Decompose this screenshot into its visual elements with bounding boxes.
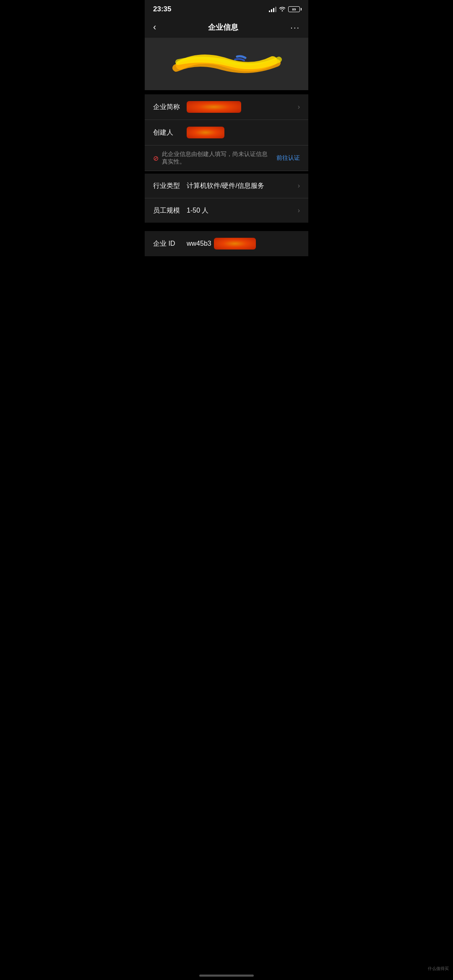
status-bar: 23:35 89 (145, 0, 308, 17)
more-button[interactable]: ··· (290, 23, 300, 32)
verify-link[interactable]: 前往认证 (276, 154, 300, 162)
section-divider-3 (145, 223, 308, 227)
warning-text: 此企业信息由创建人填写，尚未认证信息真实性。 (162, 151, 273, 166)
nav-bar: ‹ 企业信息 ··· (145, 17, 308, 38)
industry-row[interactable]: 行业类型 计算机软件/硬件/信息服务 › (145, 174, 308, 198)
enterprise-id-label: 企业 ID (153, 239, 187, 248)
creator-value (187, 127, 300, 138)
shortname-chevron-icon: › (298, 103, 300, 111)
company-logo (168, 50, 285, 78)
creator-label: 创建人 (153, 128, 187, 137)
section-divider (145, 90, 308, 94)
status-time: 23:35 (153, 5, 171, 13)
shortname-redaction (187, 101, 241, 113)
creator-redaction (187, 127, 224, 138)
enterprise-id-row: 企业 ID ww45b3 (145, 231, 308, 256)
creator-row: 创建人 (145, 120, 308, 145)
enterprise-id-redaction (214, 238, 256, 250)
logo-redaction (168, 50, 285, 78)
scale-label: 员工规模 (153, 206, 187, 215)
back-button[interactable]: ‹ (153, 22, 156, 33)
scale-row[interactable]: 员工规模 1-50 人 › (145, 198, 308, 223)
warning-icon: ⊘ (153, 154, 159, 162)
company-shortname-value (187, 101, 298, 113)
wifi-icon (279, 6, 286, 13)
scale-value: 1-50 人 (187, 206, 298, 215)
enterprise-id-section: 企业 ID ww45b3 (145, 231, 308, 256)
scale-chevron-icon: › (298, 207, 300, 214)
battery-icon: 89 (288, 6, 300, 12)
company-info-section: 企业简称 › 创建人 ⊘ 此企业信息由创建人填写，尚未认证信息真实性。 前往认证… (145, 94, 308, 223)
status-icons: 89 (269, 6, 300, 13)
industry-label: 行业类型 (153, 182, 187, 190)
company-shortname-label: 企业简称 (153, 103, 187, 112)
industry-chevron-icon: › (298, 182, 300, 190)
warning-banner: ⊘ 此企业信息由创建人填写，尚未认证信息真实性。 前往认证 (145, 145, 308, 171)
bottom-area (145, 256, 308, 424)
signal-icon (269, 7, 276, 12)
page-title: 企业信息 (208, 22, 238, 32)
company-shortname-row[interactable]: 企业简称 › (145, 94, 308, 120)
enterprise-id-value: ww45b3 (187, 238, 300, 250)
logo-section (145, 38, 308, 90)
industry-value: 计算机软件/硬件/信息服务 (187, 182, 298, 190)
